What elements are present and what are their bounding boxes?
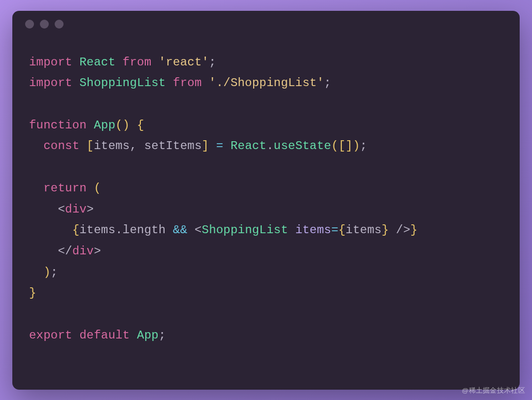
code-token: const (43, 139, 79, 153)
code-token (29, 139, 43, 153)
code-token: default (79, 329, 130, 342)
code-token (288, 223, 296, 237)
code-token: . (115, 223, 123, 237)
code-token (223, 139, 231, 153)
code-token: } (382, 223, 389, 237)
code-line: return ( (29, 178, 503, 199)
code-token (29, 245, 58, 258)
window-titlebar (12, 11, 520, 37)
code-line (29, 304, 503, 325)
code-token (87, 119, 94, 132)
code-token: { (72, 223, 80, 237)
code-token: > (94, 245, 101, 258)
code-token: } (410, 223, 418, 237)
code-token (187, 223, 195, 237)
code-token (389, 223, 396, 237)
code-token: /> (396, 223, 410, 237)
code-line (29, 157, 503, 178)
code-line: function App() { (29, 115, 503, 136)
code-token: items (94, 139, 130, 153)
code-token: return (43, 182, 87, 195)
code-token: div (72, 245, 94, 258)
code-token (130, 329, 137, 342)
window-control-maximize-icon[interactable] (55, 20, 64, 29)
code-token: items (346, 223, 382, 237)
code-token: items (295, 223, 331, 237)
code-line: } (29, 283, 503, 304)
code-line: ); (29, 262, 503, 283)
code-token: function (29, 119, 87, 132)
code-token: div (65, 203, 87, 216)
code-token: } (29, 286, 36, 300)
code-token: ([]) (331, 139, 360, 153)
code-line: import ShoppingList from './ShoppingList… (29, 73, 503, 94)
code-token (166, 76, 173, 90)
code-line: </div> (29, 241, 503, 262)
code-token: ShoppingList (79, 76, 166, 90)
code-token (29, 223, 72, 237)
code-token: [ (87, 139, 94, 153)
code-token: = (216, 139, 224, 153)
code-token (130, 119, 137, 132)
code-token: < (195, 223, 202, 237)
code-token: { (338, 223, 346, 237)
code-line: import React from 'react'; (29, 52, 503, 73)
code-token: ShoppingList (202, 223, 288, 237)
code-token (29, 266, 43, 279)
window-control-close-icon[interactable] (25, 20, 34, 29)
code-token (29, 203, 58, 216)
code-token: ; (159, 329, 166, 342)
code-token: { (137, 119, 144, 132)
code-line (29, 94, 503, 115)
code-token (151, 56, 159, 69)
code-token (29, 182, 43, 195)
code-token (79, 139, 87, 153)
code-token: export (29, 329, 72, 342)
code-line: <div> (29, 199, 503, 220)
code-block: import React from 'react';import Shoppin… (12, 37, 520, 363)
code-token: App (137, 329, 159, 342)
code-token: useState (274, 139, 332, 153)
code-token (72, 76, 80, 90)
code-token: ] (202, 139, 209, 153)
watermark-text: @稀土掘金技术社区 (462, 386, 525, 395)
code-token (209, 139, 216, 153)
code-token: > (87, 203, 94, 216)
code-token: </ (58, 245, 72, 258)
code-token: './ShoppingList' (209, 76, 324, 90)
code-token (72, 329, 80, 342)
code-token: ; (51, 266, 58, 279)
code-token: ; (324, 76, 332, 90)
code-token: , (130, 139, 137, 153)
code-token: () (115, 119, 130, 132)
code-token: length (123, 223, 166, 237)
window-control-minimize-icon[interactable] (40, 20, 49, 29)
code-token: React (231, 139, 266, 153)
code-line: const [items, setItems] = React.useState… (29, 136, 503, 157)
code-token: . (266, 139, 274, 153)
code-line: export default App; (29, 325, 503, 346)
code-token: ( (94, 182, 101, 195)
code-token: React (79, 56, 115, 69)
code-token: App (94, 119, 115, 132)
code-window: import React from 'react';import Shoppin… (12, 11, 520, 390)
code-token (87, 182, 94, 195)
code-token (137, 139, 144, 153)
code-token: ; (209, 56, 216, 69)
code-token (202, 76, 209, 90)
code-token: setItems (144, 139, 202, 153)
code-token: && (173, 223, 187, 237)
code-token: ) (43, 266, 51, 279)
code-token: from (173, 76, 201, 90)
code-token: import (29, 76, 72, 90)
code-token: ; (360, 139, 367, 153)
code-token (115, 56, 123, 69)
code-token: import (29, 56, 72, 69)
code-token (166, 223, 173, 237)
code-token: from (123, 56, 151, 69)
code-token: 'react' (159, 56, 209, 69)
code-token: < (58, 203, 65, 216)
code-token (72, 56, 80, 69)
code-token: = (331, 223, 338, 237)
code-line: {items.length && <ShoppingList items={it… (29, 220, 503, 241)
